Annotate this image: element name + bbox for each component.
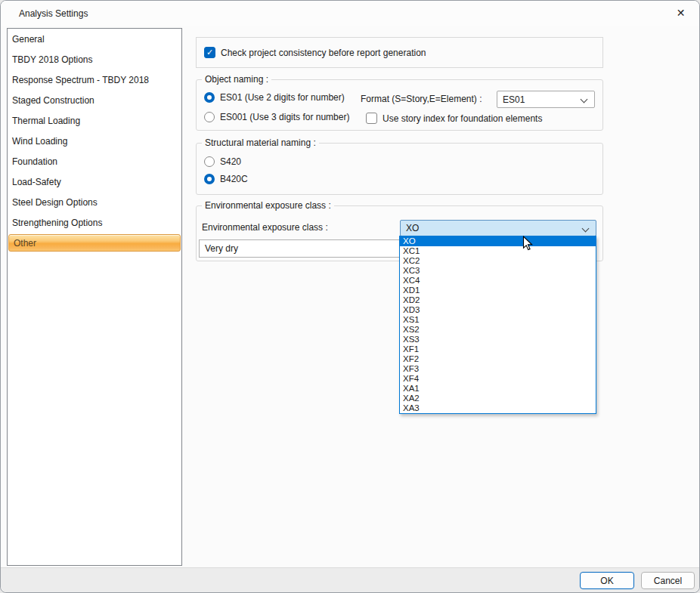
radio-b420c-row[interactable]: B420C — [204, 174, 248, 184]
radio-unselected-icon[interactable] — [204, 112, 215, 122]
object-naming-group-title: Object naming : — [202, 74, 271, 85]
radio-es001-label: ES001 (Use 3 digits for number) — [220, 112, 349, 122]
chevron-down-icon — [581, 96, 588, 103]
story-index-checkbox-label: Use story index for foundation elements — [383, 113, 542, 124]
dropdown-option-xc4[interactable]: XC4 — [400, 276, 596, 286]
radio-selected-icon[interactable] — [204, 92, 215, 103]
analysis-settings-dialog: Analysis Settings ✕ GeneralTBDY 2018 Opt… — [0, 0, 700, 593]
dropdown-option-xa3[interactable]: XA3 — [400, 403, 596, 413]
close-icon[interactable]: ✕ — [664, 1, 698, 25]
radio-unselected-icon[interactable] — [204, 156, 215, 167]
exposure-group-title: Environmental exposure class : — [202, 200, 334, 212]
dropdown-option-xs2[interactable]: XS2 — [400, 325, 596, 335]
object-naming-group: Object naming : ES01 (Use 2 digits for n… — [196, 79, 603, 131]
dropdown-option-xf2[interactable]: XF2 — [400, 354, 596, 364]
story-index-checkbox-row[interactable]: Use story index for foundation elements — [366, 113, 542, 124]
sidebar-item-thermal-loading[interactable]: Thermal Loading — [8, 110, 181, 131]
dropdown-option-xa2[interactable]: XA2 — [400, 394, 596, 403]
sidebar-item-general[interactable]: General — [8, 29, 181, 49]
consistency-panel: ✓ Check project consistency before repor… — [196, 37, 603, 68]
ok-button[interactable]: OK — [580, 572, 634, 589]
exposure-description-value: Very dry — [205, 243, 238, 254]
cancel-button[interactable]: Cancel — [641, 572, 695, 589]
dropdown-option-xc1[interactable]: XC1 — [400, 246, 596, 256]
exposure-label-row: Environmental exposure class : — [202, 222, 328, 233]
dialog-title: Analysis Settings — [1, 8, 88, 19]
dropdown-option-xf4[interactable]: XF4 — [400, 374, 596, 384]
sidebar-item-staged-construction[interactable]: Staged Construction — [8, 90, 181, 110]
radio-es001-row[interactable]: ES001 (Use 3 digits for number) — [204, 112, 349, 122]
title-bar: Analysis Settings ✕ — [1, 1, 699, 26]
dropdown-option-xd2[interactable]: XD2 — [400, 295, 596, 305]
material-naming-group-title: Structural material naming : — [202, 137, 319, 149]
dropdown-option-xf1[interactable]: XF1 — [400, 344, 596, 354]
consistency-checkbox-label: Check project consistency before report … — [221, 48, 426, 58]
radio-selected-icon[interactable] — [204, 174, 215, 184]
checkbox-checked-icon[interactable]: ✓ — [204, 47, 215, 58]
exposure-dropdown-list: XOXC1XC2XC3XC4XD1XD2XD3XS1XS2XS3XF1XF2XF… — [399, 236, 596, 414]
chevron-down-icon — [582, 225, 590, 233]
exposure-combobox-value: XO — [406, 223, 419, 233]
dropdown-option-xo[interactable]: XO — [400, 236, 596, 246]
sidebar-item-other[interactable]: Other — [8, 234, 181, 252]
radio-es01-row[interactable]: ES01 (Use 2 digits for number) — [204, 92, 345, 103]
sidebar-item-steel-design-options[interactable]: Steel Design Options — [8, 192, 181, 212]
sidebar-item-foundation[interactable]: Foundation — [8, 151, 181, 171]
format-label-row: Format (S=Story,E=Element) : — [361, 94, 482, 104]
radio-es01-label: ES01 (Use 2 digits for number) — [220, 92, 345, 103]
consistency-checkbox-row[interactable]: ✓ Check project consistency before repor… — [204, 47, 426, 58]
dropdown-option-xs1[interactable]: XS1 — [400, 315, 596, 325]
sidebar-item-tbdy-2018-options[interactable]: TBDY 2018 Options — [8, 49, 181, 69]
material-naming-group: Structural material naming : S420 B420C — [196, 143, 603, 195]
format-label: Format (S=Story,E=Element) : — [361, 94, 482, 104]
sidebar-item-load-safety[interactable]: Load-Safety — [8, 171, 181, 192]
sidebar-item-wind-loading[interactable]: Wind Loading — [8, 131, 181, 151]
format-combobox-value: ES01 — [503, 94, 525, 105]
dropdown-option-xf3[interactable]: XF3 — [400, 364, 596, 374]
sidebar-item-response-spectrum-tbdy-2018[interactable]: Response Spectrum - TBDY 2018 — [8, 69, 181, 90]
radio-b420c-label: B420C — [220, 174, 248, 184]
dropdown-option-xc2[interactable]: XC2 — [400, 256, 596, 266]
sidebar-item-strengthening-options[interactable]: Strengthening Options — [8, 212, 181, 233]
exposure-label: Environmental exposure class : — [202, 222, 328, 233]
sidebar-list: GeneralTBDY 2018 OptionsResponse Spectru… — [7, 28, 182, 566]
format-combobox[interactable]: ES01 — [497, 91, 595, 108]
radio-s420-row[interactable]: S420 — [204, 156, 241, 167]
dropdown-option-xc3[interactable]: XC3 — [400, 266, 596, 276]
exposure-combobox[interactable]: XO — [400, 220, 596, 236]
radio-s420-label: S420 — [220, 156, 241, 167]
dropdown-option-xd3[interactable]: XD3 — [400, 305, 596, 315]
checkbox-unchecked-icon[interactable] — [366, 113, 377, 124]
dropdown-option-xd1[interactable]: XD1 — [400, 286, 596, 295]
dropdown-option-xs3[interactable]: XS3 — [400, 335, 596, 344]
dropdown-option-xa1[interactable]: XA1 — [400, 384, 596, 394]
